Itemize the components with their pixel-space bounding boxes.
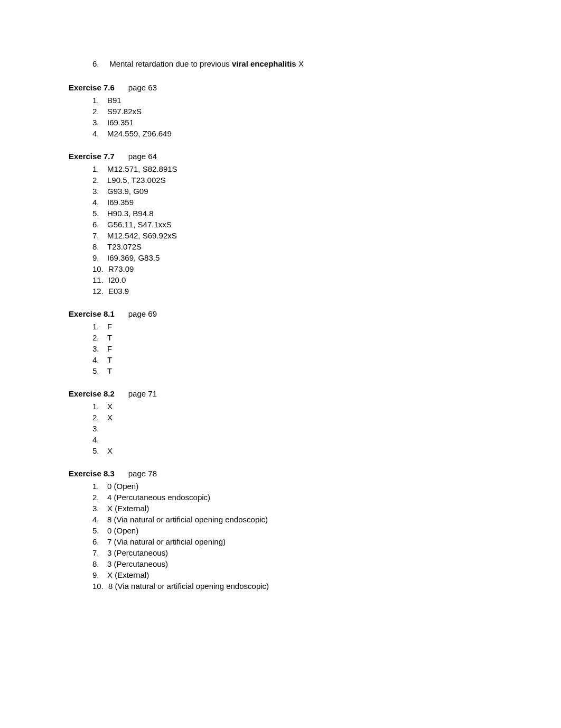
list-value: R73.09 bbox=[108, 264, 134, 273]
list-item: 5.0 (Open) bbox=[92, 525, 508, 536]
list-item: 12.E03.9 bbox=[92, 285, 508, 297]
exercise-page-ref: page 71 bbox=[128, 389, 157, 398]
list-item: 1.B91 bbox=[92, 95, 508, 106]
list-number: 6. bbox=[92, 536, 107, 547]
list-value: 8 (Via natural or artificial opening end… bbox=[108, 582, 269, 591]
list-value: X bbox=[107, 413, 113, 422]
exercises-container: Exercise 7.6page 631.B912.S97.82xS3.I69.… bbox=[69, 82, 508, 592]
list-item: 4.8 (Via natural or artificial opening e… bbox=[92, 514, 508, 525]
list-value: S97.82xS bbox=[107, 107, 142, 116]
list-item: 6.7 (Via natural or artificial opening) bbox=[92, 536, 508, 547]
list-value: T bbox=[107, 333, 112, 342]
list-value: 0 (Open) bbox=[107, 482, 138, 491]
list-number: 4. bbox=[92, 354, 107, 365]
list-value: I20.0 bbox=[108, 275, 126, 284]
list-item: 1.X bbox=[92, 401, 508, 412]
list-value: E03.9 bbox=[108, 287, 129, 296]
answer-list: 1.0 (Open)2.4 (Percutaneous endoscopic)3… bbox=[92, 481, 508, 592]
list-item: 4.I69.359 bbox=[92, 197, 508, 208]
exercise-page-ref: page 63 bbox=[128, 83, 157, 92]
answer-list: 1.M12.571, S82.891S2.L90.5, T23.002S3.G9… bbox=[92, 163, 508, 297]
list-number: 10. bbox=[92, 263, 108, 274]
list-number: 12. bbox=[92, 285, 108, 297]
exercise-title: Exercise 8.3 bbox=[69, 469, 115, 478]
exercise-page-ref: page 64 bbox=[128, 152, 157, 161]
document-page: 6. Mental retardation due to previous vi… bbox=[0, 0, 561, 728]
list-value: L90.5, T23.002S bbox=[107, 176, 166, 185]
list-value: 8 (Via natural or artificial opening end… bbox=[107, 515, 268, 524]
list-number: 3. bbox=[92, 503, 107, 514]
list-value: X (External) bbox=[107, 504, 149, 513]
list-value: G93.9, G09 bbox=[107, 187, 148, 196]
list-number: 5. bbox=[92, 365, 107, 376]
list-value: M12.542, S69.92xS bbox=[107, 231, 177, 240]
list-item: 3.F bbox=[92, 343, 508, 354]
list-number: 2. bbox=[92, 106, 107, 117]
list-number: 6. bbox=[92, 219, 107, 230]
list-value: 7 (Via natural or artificial opening) bbox=[107, 537, 226, 546]
list-item: 10.8 (Via natural or artificial opening … bbox=[92, 580, 508, 592]
list-item: 3.G93.9, G09 bbox=[92, 186, 508, 197]
list-value: H90.3, B94.8 bbox=[107, 209, 154, 218]
list-number: 5. bbox=[92, 208, 107, 219]
list-value: T23.072S bbox=[107, 242, 142, 251]
list-value: F bbox=[107, 322, 112, 331]
list-value: 3 (Percutaneous) bbox=[107, 548, 168, 557]
list-value: X (External) bbox=[107, 570, 149, 579]
list-value: M12.571, S82.891S bbox=[107, 164, 177, 173]
list-item: 7.M12.542, S69.92xS bbox=[92, 230, 508, 241]
list-item: 3. bbox=[92, 423, 508, 434]
list-number: 4. bbox=[92, 514, 107, 525]
exercise-header: Exercise 7.6page 63 bbox=[69, 82, 508, 93]
leading-list-item: 6. Mental retardation due to previous vi… bbox=[92, 58, 508, 69]
list-number: 9. bbox=[92, 252, 107, 263]
list-text-bold: viral encephalitis bbox=[232, 59, 296, 68]
exercise-header: Exercise 8.2page 71 bbox=[69, 388, 508, 399]
exercise-header: Exercise 7.7page 64 bbox=[69, 151, 508, 162]
list-item: 4. bbox=[92, 434, 508, 445]
exercise-block: Exercise 7.7page 641.M12.571, S82.891S2.… bbox=[69, 151, 508, 297]
list-number: 3. bbox=[92, 423, 107, 434]
list-item: 4.M24.559, Z96.649 bbox=[92, 128, 508, 139]
exercise-header: Exercise 8.1page 69 bbox=[69, 308, 508, 319]
list-number: 5. bbox=[92, 525, 107, 536]
exercise-block: Exercise 7.6page 631.B912.S97.82xS3.I69.… bbox=[69, 82, 508, 139]
exercise-title: Exercise 7.7 bbox=[69, 152, 115, 161]
answer-list: 1.F2.T3.F4.T5.T bbox=[92, 321, 508, 376]
list-number: 2. bbox=[92, 332, 107, 343]
list-item: 6.G56.11, S47.1xxS bbox=[92, 219, 508, 230]
list-number: 1. bbox=[92, 95, 107, 106]
list-item: 5.H90.3, B94.8 bbox=[92, 208, 508, 219]
list-number: 6. bbox=[92, 58, 107, 69]
list-item: 11.I20.0 bbox=[92, 274, 508, 285]
list-number: 1. bbox=[92, 401, 107, 412]
list-item: 3.I69.351 bbox=[92, 117, 508, 128]
list-value: I69.351 bbox=[107, 118, 134, 127]
list-item: 1.M12.571, S82.891S bbox=[92, 163, 508, 174]
list-item: 2.X bbox=[92, 412, 508, 423]
list-item: 7.3 (Percutaneous) bbox=[92, 547, 508, 558]
list-text-before: Mental retardation due to previous bbox=[109, 59, 232, 68]
list-value: X bbox=[107, 402, 113, 411]
list-value: 0 (Open) bbox=[107, 526, 138, 535]
list-item: 5.X bbox=[92, 445, 508, 456]
list-number: 7. bbox=[92, 547, 107, 558]
list-value: I69.359 bbox=[107, 198, 134, 207]
list-item: 1.0 (Open) bbox=[92, 481, 508, 492]
list-number: 7. bbox=[92, 230, 107, 241]
list-number: 11. bbox=[92, 274, 108, 285]
exercise-block: Exercise 8.1page 691.F2.T3.F4.T5.T bbox=[69, 308, 508, 376]
list-number: 2. bbox=[92, 412, 107, 423]
list-number: 3. bbox=[92, 117, 107, 128]
list-value: T bbox=[107, 355, 112, 364]
list-item: 10.R73.09 bbox=[92, 263, 508, 274]
list-number: 4. bbox=[92, 197, 107, 208]
list-number: 4. bbox=[92, 128, 107, 139]
list-item: 2.S97.82xS bbox=[92, 106, 508, 117]
list-item: 8.T23.072S bbox=[92, 241, 508, 252]
list-item: 5.T bbox=[92, 365, 508, 376]
list-item: 4.T bbox=[92, 354, 508, 365]
answer-list: 1.X2.X3.4.5.X bbox=[92, 401, 508, 456]
list-value: T bbox=[107, 366, 112, 375]
list-value: G56.11, S47.1xxS bbox=[107, 220, 172, 229]
